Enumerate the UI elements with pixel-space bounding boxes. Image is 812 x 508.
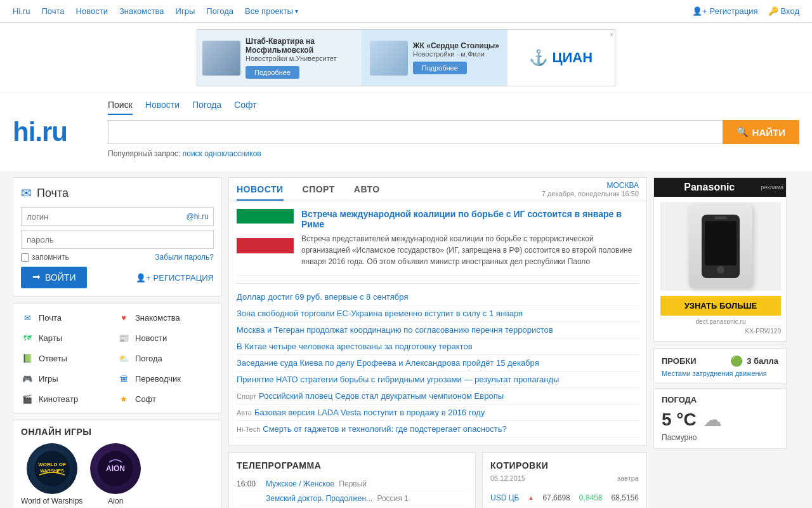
search-tab-weather[interactable]: Погода <box>192 100 221 115</box>
search-icon: 🔍 <box>737 126 749 138</box>
news-date: 7 декабря, понедельник 16:50 <box>542 190 639 197</box>
search-tab-soft[interactable]: Софт <box>234 100 257 115</box>
uznat-button[interactable]: УЗНАТЬ БОЛЬШЕ <box>660 296 781 316</box>
register-button[interactable]: 👤+ РЕГИСТРАЦИЯ <box>136 273 214 283</box>
nav-games[interactable]: Игры <box>176 6 195 16</box>
nav-item-games[interactable]: 🎮 Игры <box>21 371 117 386</box>
nav-item-weather[interactable]: ⛅ Погода <box>117 351 214 366</box>
news-location[interactable]: МОСКВА <box>542 181 639 190</box>
news-item-3[interactable]: В Китае четыре человека арестованы за по… <box>237 338 639 355</box>
mail-options-row: запомнить Забыли пароль? <box>21 253 214 262</box>
dating-nav-icon: ♥ <box>117 312 130 323</box>
tab-news[interactable]: НОВОСТИ <box>237 178 284 201</box>
main-news-text: Встреча международной коалиции по борьбе… <box>301 209 639 267</box>
login-button[interactable]: ⮕ ВОЙТИ <box>21 267 87 288</box>
news-list: Доллар достиг 69 руб. впервые с 8 сентяб… <box>237 289 639 438</box>
left-nav: ✉ Почта ♥ Знакомства 🗺 Карты 📰 Новости 📗… <box>13 303 222 413</box>
news-item-8[interactable]: Hi-Tech Смерть от гаджетов и технологий:… <box>237 421 639 438</box>
nav-item-dating[interactable]: ♥ Знакомства <box>117 310 214 325</box>
banner-right[interactable]: ⚓ ЦИАН <box>508 30 615 86</box>
news-item-6[interactable]: Спорт Российский пловец Седов стал двукр… <box>237 388 639 404</box>
news-item-2[interactable]: Москва и Тегеран продолжат координацию п… <box>237 322 639 338</box>
weather-nav-icon: ⛅ <box>117 352 130 364</box>
nav-all-projects[interactable]: Все проекты ▾ <box>245 6 298 16</box>
nav-mail[interactable]: Почта <box>41 6 64 16</box>
nav-dating[interactable]: Знакомства <box>119 6 164 16</box>
news-item-5[interactable]: Принятие НАТО стратегии борьбы с гибридн… <box>237 371 639 388</box>
news-item-0[interactable]: Доллар достиг 69 руб. впервые с 8 сентяб… <box>237 289 639 305</box>
game-item-aion[interactable]: AION Aion <box>90 443 141 505</box>
quote-usd-name[interactable]: USD ЦБ <box>490 493 519 502</box>
quote-usd-val1: 67,6698 <box>542 493 570 502</box>
remember-checkbox[interactable] <box>21 253 29 262</box>
center-content: НОВОСТИ СПОРТ АВТО МОСКВА 7 декабря, пон… <box>228 177 647 508</box>
tab-auto[interactable]: АВТО <box>354 178 380 201</box>
tv-program-link-0[interactable]: Мужское / Женское <box>266 479 336 488</box>
nav-news[interactable]: Новости <box>76 6 108 16</box>
nav-item-translate[interactable]: 🏛 Переводчик <box>117 371 214 386</box>
panasonic-logo: Panasonic <box>684 182 735 193</box>
forgot-link[interactable]: Забыли пароль? <box>155 253 214 262</box>
nav-item-news[interactable]: 📰 Новости <box>117 330 214 345</box>
nav-hiru[interactable]: Hi.ru <box>13 6 30 16</box>
nav-item-mail[interactable]: ✉ Почта <box>21 310 117 325</box>
login-arrow-icon: ⮕ <box>32 272 41 283</box>
main-news-story: Встреча международной коалиции по борьбе… <box>237 209 639 276</box>
nav-item-soft[interactable]: ★ Софт <box>117 391 214 406</box>
quote-usd-val3: 68,5156 <box>612 493 639 502</box>
banner: × Штаб-Квартира на Мосфильмовской Новост… <box>197 29 615 86</box>
online-games-widget: ОНЛАЙН ИГРЫ WORLD OF WARSHIPS World of W… <box>13 420 222 508</box>
panasonic-url: dect.panasonic.ru <box>660 318 781 325</box>
remember-label[interactable]: запомнить <box>21 253 69 262</box>
register-link[interactable]: 👤+ Регистрация <box>692 6 758 16</box>
weather-title: ПОГОДА <box>662 395 778 404</box>
game-item-wows[interactable]: WORLD OF WARSHIPS World of Warships <box>21 443 82 505</box>
tv-program-0: Мужское / Женское Первый <box>266 479 367 488</box>
wows-image: WORLD OF WARSHIPS <box>27 443 77 494</box>
mail-nav-icon: ✉ <box>21 312 34 323</box>
weather-main: 5 °C ☁ <box>662 408 778 431</box>
quotes-section: КОТИРОВКИ 05.12.2015 завтра USD ЦБ 67,66… <box>482 452 647 508</box>
panasonic-ad-inner: Panasonic реклама УЗНАТЬ БОЛЬШЕ <box>654 178 787 341</box>
nav-item-cinema[interactable]: 🎬 Кинотеатр <box>21 391 117 406</box>
site-logo[interactable]: hi.ru <box>13 117 67 147</box>
search-area: Поиск Новости Погода Софт 🔍 НАЙТИ Популя… <box>108 100 799 164</box>
search-tab-search[interactable]: Поиск <box>108 100 133 115</box>
search-input[interactable] <box>108 120 723 144</box>
search-button[interactable]: 🔍 НАЙТИ <box>723 120 799 144</box>
banner-close-icon[interactable]: × <box>610 31 613 38</box>
news-item-4[interactable]: Заседание суда Киева по делу Ерофеева и … <box>237 355 639 371</box>
panasonic-image-area <box>660 202 781 291</box>
news-item-1[interactable]: Зона свободной торговли ЕС-Украина време… <box>237 305 639 322</box>
banner-mid-title: ЖК «Сердце Столицы» <box>413 41 499 50</box>
search-tab-news[interactable]: Новости <box>145 100 180 115</box>
weather-description: Пасмурно <box>662 433 778 442</box>
news-item-7[interactable]: Авто Базовая версия LADA Vesta поступит … <box>237 404 639 421</box>
login-input[interactable] <box>21 207 214 226</box>
popular-link[interactable]: поиск одноклассников <box>183 149 261 158</box>
nav-item-maps[interactable]: 🗺 Карты <box>21 330 117 345</box>
news-tab-links: НОВОСТИ СПОРТ АВТО <box>237 178 380 201</box>
traffic-desc[interactable]: Местами затруднения движения <box>662 370 778 377</box>
tv-title: ТЕЛЕПРОГРАММА <box>237 460 468 471</box>
tv-program-link-1[interactable]: Земский доктор. Продолжен... <box>266 494 374 503</box>
banner-left-subtitle: Новостройки м.Университет <box>246 55 357 62</box>
banner-left-btn[interactable]: Подробнее <box>246 66 299 79</box>
password-input[interactable] <box>21 230 214 249</box>
top-nav-right: 👤+ Регистрация 🔑 Вход <box>692 6 799 16</box>
news-tabs-header: НОВОСТИ СПОРТ АВТО МОСКВА 7 декабря, пон… <box>228 177 647 201</box>
panasonic-ad[interactable]: Panasonic реклама УЗНАТЬ БОЛЬШЕ <box>653 177 787 342</box>
top-navigation: Hi.ru Почта Новости Знакомства Игры Пого… <box>0 0 812 23</box>
news-flag-image <box>237 209 294 253</box>
svg-rect-6 <box>705 221 737 265</box>
traffic-widget: ПРОБКИ 🟢 3 балла Местами затруднения дви… <box>653 348 787 384</box>
nav-item-answers[interactable]: 📗 Ответы <box>21 351 117 366</box>
login-link[interactable]: 🔑 Вход <box>768 6 799 16</box>
tab-sport[interactable]: СПОРТ <box>303 178 335 201</box>
weather-icon: ☁ <box>703 408 722 431</box>
nav-weather[interactable]: Погода <box>206 6 233 16</box>
login-field-wrapper: @hi.ru <box>21 207 214 226</box>
banner-mid-btn[interactable]: Подробнее <box>413 62 467 74</box>
traffic-number: 3 балла <box>747 356 778 366</box>
main-news-title-link[interactable]: Встреча международной коалиции по борьбе… <box>301 209 622 229</box>
